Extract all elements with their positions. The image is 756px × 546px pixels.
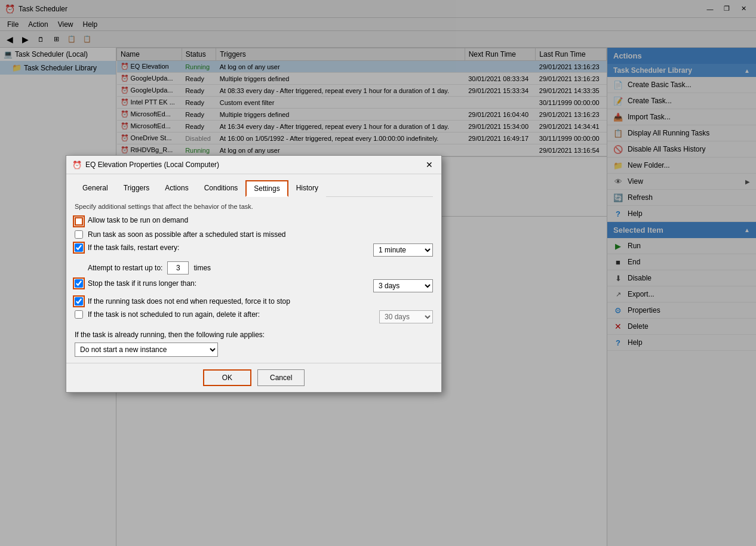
restart-interval-select[interactable]: 1 minute 5 minutes 10 minutes 30 minutes… (373, 243, 433, 257)
tab-general[interactable]: General (75, 180, 116, 197)
running-rule-select[interactable]: Do not start a new instance Run a new in… (75, 343, 218, 357)
stop-duration-select[interactable]: 1 hour 2 hours 4 hours 8 hours 12 hours … (373, 279, 433, 292)
attempt-input[interactable] (167, 261, 189, 274)
tab-conditions[interactable]: Conditions (196, 180, 246, 197)
setting-allow-demand: Allow task to be run on demand (75, 216, 433, 226)
modal-tabs: General Triggers Actions Conditions Sett… (75, 180, 433, 197)
modal-title-text: EQ Elevation Properties (Local Computer) (85, 161, 219, 169)
tab-triggers[interactable]: Triggers (116, 180, 158, 197)
attempt-label: Attempt to restart up to: (88, 264, 162, 272)
tab-actions[interactable]: Actions (157, 180, 196, 197)
setting-force-stop: If the running task does not end when re… (75, 297, 433, 306)
ok-button[interactable]: OK (203, 369, 251, 386)
modal-close-button[interactable]: ✕ (423, 159, 435, 170)
setting-restart-fails: If the task fails, restart every: 1 minu… (75, 243, 433, 257)
modal-overlay[interactable]: ⏰ EQ Elevation Properties (Local Compute… (0, 0, 756, 546)
checkbox-allow-demand[interactable] (75, 217, 83, 226)
modal-body: General Triggers Actions Conditions Sett… (66, 174, 441, 363)
cancel-button[interactable]: Cancel (257, 369, 305, 386)
setting-run-missed: Run task as soon as possible after a sch… (75, 230, 433, 239)
label-allow-demand: Allow task to be run on demand (88, 216, 433, 224)
checkbox-restart-fails[interactable] (75, 243, 83, 252)
label-force-stop: If the running task does not end when re… (88, 297, 433, 306)
checkbox-run-missed[interactable] (75, 230, 83, 239)
delete-after-select[interactable]: 30 days 60 days 90 days (379, 310, 433, 323)
modal-dialog: ⏰ EQ Elevation Properties (Local Compute… (66, 155, 442, 393)
modal-footer: OK Cancel (66, 363, 441, 392)
running-rule-label: If the task is already running, then the… (75, 331, 433, 339)
checkbox-force-stop[interactable] (75, 297, 83, 306)
modal-subtitle: Specify additional settings that affect … (75, 203, 433, 210)
label-delete-not-scheduled: If the task is not scheduled to run agai… (88, 310, 374, 319)
modal-title-bar: ⏰ EQ Elevation Properties (Local Compute… (66, 156, 441, 174)
running-rule-section: If the task is already running, then the… (75, 331, 433, 357)
checkbox-stop-longer[interactable] (75, 279, 83, 288)
tab-settings[interactable]: Settings (245, 180, 288, 197)
label-stop-longer: Stop the task if it runs longer than: (88, 279, 368, 288)
checkbox-delete-not-scheduled[interactable] (75, 310, 83, 319)
modal-icon: ⏰ (72, 161, 82, 169)
tab-history[interactable]: History (288, 180, 326, 197)
label-run-missed: Run task as soon as possible after a sch… (88, 230, 433, 239)
label-restart-fails: If the task fails, restart every: (88, 243, 368, 252)
setting-delete-not-scheduled: If the task is not scheduled to run agai… (75, 310, 433, 323)
setting-attempt-restart: Attempt to restart up to: times (88, 261, 433, 274)
setting-stop-longer: Stop the task if it runs longer than: 1 … (75, 279, 433, 292)
attempt-suffix: times (193, 264, 211, 272)
